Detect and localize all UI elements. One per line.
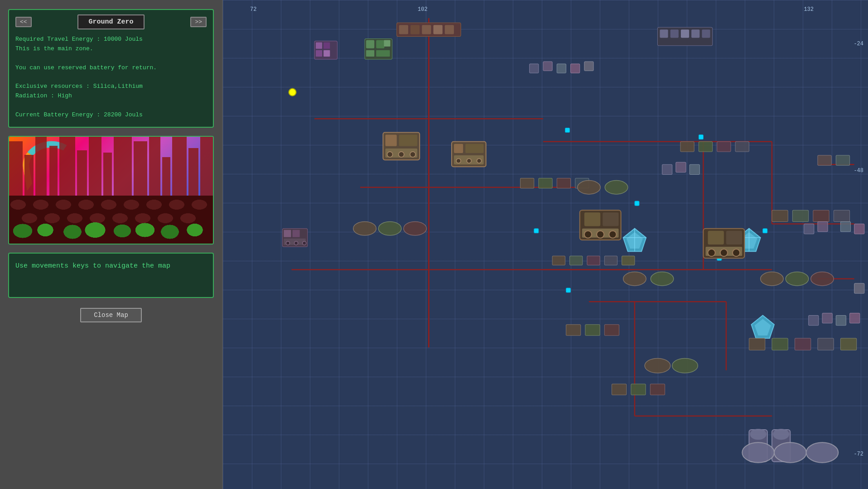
- svg-rect-35: [376, 50, 390, 57]
- svg-rect-89: [772, 210, 788, 221]
- big-tank-1: [580, 210, 621, 240]
- svg-rect-146: [557, 64, 566, 73]
- map-svg: [223, 0, 868, 489]
- svg-rect-28: [316, 50, 322, 57]
- svg-rect-31: [366, 40, 374, 48]
- player-dot: [289, 89, 296, 96]
- map-panel[interactable]: 72 102 132 -24 -48 -72: [222, 0, 868, 489]
- svg-rect-108: [699, 135, 703, 139]
- svg-rect-147: [571, 64, 580, 73]
- svg-rect-73: [520, 178, 534, 188]
- svg-rect-95: [749, 338, 765, 350]
- svg-rect-101: [631, 384, 646, 395]
- close-btn-wrapper: Close Map: [8, 306, 214, 322]
- close-map-button[interactable]: Close Map: [80, 308, 142, 322]
- svg-rect-94: [836, 155, 849, 165]
- building: [172, 137, 187, 196]
- svg-rect-97: [795, 338, 810, 350]
- entity-row1: [314, 41, 337, 59]
- svg-point-136: [761, 272, 783, 286]
- svg-rect-37: [386, 135, 397, 146]
- svg-rect-80: [604, 256, 617, 265]
- left-panel: << Ground Zero >> Required Travel Energy…: [0, 0, 222, 489]
- svg-point-130: [378, 222, 401, 235]
- svg-rect-113: [763, 229, 767, 233]
- green-plants: [9, 217, 213, 244]
- zone-image-preview: [8, 136, 214, 244]
- svg-rect-87: [717, 142, 731, 152]
- prev-zone-button[interactable]: <<: [15, 17, 32, 27]
- svg-point-126: [708, 249, 715, 256]
- svg-point-141: [742, 442, 774, 462]
- svg-point-65: [294, 241, 298, 245]
- svg-point-48: [467, 158, 471, 163]
- svg-point-47: [456, 158, 461, 163]
- cluster-top: [397, 23, 461, 36]
- svg-rect-112: [635, 201, 639, 206]
- svg-point-133: [605, 181, 627, 194]
- svg-rect-45: [465, 144, 483, 153]
- svg-rect-86: [699, 142, 712, 152]
- svg-rect-26: [316, 43, 322, 49]
- svg-point-64: [286, 241, 289, 245]
- svg-rect-75: [557, 178, 570, 188]
- svg-rect-155: [850, 313, 860, 323]
- svg-rect-72: [702, 29, 710, 38]
- svg-rect-102: [650, 384, 665, 395]
- building: [9, 141, 23, 196]
- svg-rect-154: [836, 316, 846, 326]
- svg-point-42: [410, 152, 415, 157]
- svg-point-135: [651, 272, 673, 286]
- svg-rect-98: [818, 338, 834, 350]
- sky-layer: [9, 137, 213, 196]
- svg-point-66: [303, 241, 306, 245]
- svg-point-134: [623, 272, 646, 286]
- svg-rect-107: [565, 128, 569, 132]
- building: [35, 137, 47, 196]
- svg-rect-83: [585, 325, 600, 336]
- svg-rect-157: [818, 222, 828, 232]
- svg-point-140: [672, 358, 698, 373]
- building: [89, 137, 101, 196]
- svg-rect-93: [818, 155, 831, 165]
- svg-rect-111: [566, 288, 570, 292]
- svg-rect-62: [293, 230, 300, 237]
- building: [188, 148, 198, 196]
- svg-rect-77: [552, 256, 565, 265]
- svg-rect-110: [534, 229, 539, 233]
- svg-point-120: [597, 231, 604, 238]
- cyan-indicators: [534, 128, 767, 292]
- svg-point-142: [774, 442, 806, 462]
- building: [200, 137, 213, 196]
- svg-rect-81: [622, 256, 635, 265]
- svg-rect-123: [708, 231, 724, 244]
- cluster-top-right: [657, 27, 712, 45]
- svg-rect-29: [323, 50, 330, 57]
- svg-point-131: [404, 222, 426, 235]
- svg-rect-150: [676, 162, 686, 172]
- svg-rect-33: [384, 40, 390, 47]
- svg-rect-151: [690, 164, 699, 174]
- svg-rect-116: [584, 212, 600, 226]
- zone-info-text: Required Travel Energy : 10000 Jouls Thi…: [15, 35, 207, 120]
- building: [134, 141, 147, 196]
- svg-rect-84: [604, 325, 619, 336]
- svg-rect-96: [772, 338, 788, 350]
- svg-rect-92: [834, 210, 849, 221]
- svg-rect-148: [584, 62, 593, 71]
- building: [103, 153, 112, 196]
- svg-rect-71: [691, 29, 699, 38]
- svg-rect-82: [566, 325, 580, 336]
- ground-layer: [9, 196, 213, 244]
- building: [59, 137, 75, 196]
- turret-entities: [530, 62, 864, 326]
- svg-rect-23: [434, 25, 443, 34]
- svg-rect-68: [660, 29, 668, 38]
- svg-rect-74: [539, 178, 552, 188]
- next-zone-button[interactable]: >>: [190, 17, 207, 27]
- big-machine-1: [383, 133, 420, 160]
- crystal-node-1: [623, 229, 646, 251]
- svg-rect-144: [530, 64, 539, 73]
- svg-rect-70: [681, 29, 689, 38]
- svg-rect-79: [587, 256, 600, 265]
